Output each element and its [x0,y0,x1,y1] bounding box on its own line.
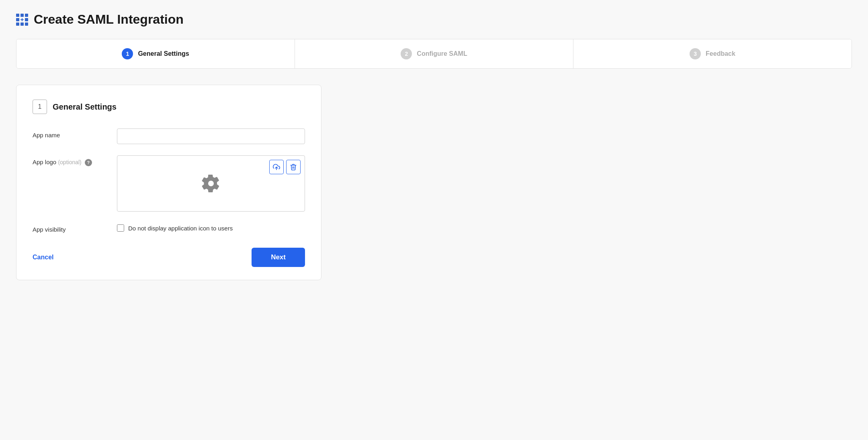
stepper-step-1[interactable]: 1 General Settings [16,39,295,68]
app-visibility-label: App visibility [33,226,66,233]
app-visibility-label-col: App visibility [33,223,105,233]
app-visibility-row: App visibility Do not display applicatio… [33,223,305,233]
card-header: 1 General Settings [33,100,305,114]
app-name-label-col: App name [33,128,105,139]
visibility-checkbox-text: Do not display application icon to users [128,225,233,232]
upload-button[interactable] [269,160,284,174]
step-2-number: 2 [401,48,412,59]
app-name-control [117,128,305,144]
step-2-label: Configure SAML [417,50,467,57]
stepper: 1 General Settings 2 Configure SAML 3 Fe… [16,39,852,69]
help-icon[interactable]: ? [85,159,92,166]
app-name-row: App name [33,128,305,144]
visibility-checkbox[interactable] [117,224,124,232]
visibility-checkbox-label[interactable]: Do not display application icon to users [117,224,305,232]
step-1-label: General Settings [138,50,189,57]
trash-icon [290,163,297,171]
app-name-label: App name [33,132,60,139]
upload-icon [273,163,280,171]
card-step-badge: 1 [33,100,47,114]
form-card: 1 General Settings App name App logo (op… [16,85,321,280]
app-logo-optional: (optional) [58,159,81,165]
step-3-label: Feedback [706,50,735,57]
delete-button[interactable] [286,160,301,174]
stepper-step-3[interactable]: 3 Feedback [573,39,852,68]
app-name-input[interactable] [117,128,305,144]
cancel-button[interactable]: Cancel [33,254,53,261]
next-button[interactable]: Next [252,248,305,267]
app-logo-icon [16,14,28,26]
step-3-number: 3 [690,48,701,59]
logo-upload-buttons [269,160,301,174]
gear-placeholder-icon [201,174,221,193]
stepper-step-2[interactable]: 2 Configure SAML [295,39,573,68]
logo-upload-area [117,155,305,212]
app-logo-control [117,155,305,212]
app-logo-label-col: App logo (optional) ? [33,155,105,166]
card-section-title: General Settings [53,102,117,112]
app-logo-row: App logo (optional) ? [33,155,305,212]
form-footer: Cancel Next [33,248,305,267]
step-1-number: 1 [122,48,133,59]
app-logo-label: App logo (optional) ? [33,159,92,165]
page-title: Create SAML Integration [34,12,184,27]
page-header: Create SAML Integration [16,12,852,27]
app-visibility-control: Do not display application icon to users [117,224,305,232]
